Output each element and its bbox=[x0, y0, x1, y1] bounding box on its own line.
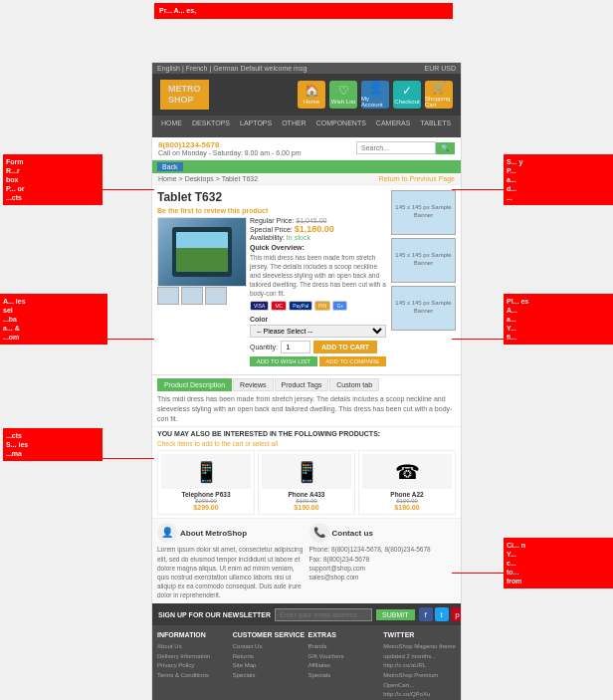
nav-other-link[interactable]: OTHER bbox=[277, 116, 311, 137]
about-left: 👤 About MetroShop Lorem ipsum dolor sit … bbox=[157, 523, 305, 599]
thumb-1[interactable] bbox=[157, 287, 179, 305]
search-box: 🔍 bbox=[356, 141, 455, 154]
banner-2[interactable]: 145 x 145 px Sample Banner bbox=[391, 238, 456, 283]
contact-fax: Fax: 8(800)234-5678 bbox=[309, 555, 457, 564]
twitter-url-1[interactable]: http://x.co/aURL bbox=[383, 661, 456, 671]
footer-terms-link[interactable]: Terms & Conditions bbox=[157, 671, 230, 681]
nav-checkout[interactable]: ✓ Checkout bbox=[393, 81, 421, 109]
nav-cart[interactable]: 🛒 Shopping Cart bbox=[425, 81, 453, 109]
related-product-2: 📱 Phone A433 $199.00 $190.00 bbox=[258, 450, 355, 515]
nav-tablets-link[interactable]: TABLETS bbox=[415, 116, 456, 137]
footer-delivery-link[interactable]: Delivery Information bbox=[157, 652, 230, 662]
product-description: This midi dress has been made from stret… bbox=[250, 253, 386, 298]
footer-about-link[interactable]: About Us bbox=[157, 642, 230, 652]
color-dropdown[interactable]: -- Please Select -- bbox=[250, 325, 386, 338]
twitter-icon[interactable]: t bbox=[435, 607, 449, 621]
about-icon: 👤 bbox=[157, 523, 177, 543]
footer-brands-link[interactable]: Brands bbox=[308, 642, 381, 652]
footer-vouchers-link[interactable]: Gift Vouchers bbox=[308, 652, 381, 662]
nav-home-link[interactable]: HOME bbox=[156, 116, 187, 137]
search-button[interactable]: 🔍 bbox=[436, 142, 455, 154]
paypal-icon: PayPal bbox=[289, 301, 312, 311]
contact-title: 📞 Contact us bbox=[309, 523, 457, 543]
nav-components-link[interactable]: COMPONENTS bbox=[311, 116, 371, 137]
left-annotation-2: A... ies sel ...ba a... & ...om bbox=[0, 294, 107, 345]
toolbar: Back bbox=[152, 160, 461, 173]
contact-email-1[interactable]: support@shop.com bbox=[309, 564, 457, 573]
related-product-2-image[interactable]: 📱 bbox=[262, 454, 351, 489]
tablet-tree-graphic bbox=[176, 232, 228, 272]
related-products-section: YOU MAY ALSO BE INTERESTED IN THE FOLLOW… bbox=[152, 426, 461, 518]
contact-email-2[interactable]: sales@shop.com bbox=[309, 573, 457, 582]
main-product-image[interactable] bbox=[157, 217, 247, 287]
google-icon: G+ bbox=[332, 301, 347, 311]
left-annotation-3: ...cts S... ies ...ma bbox=[3, 428, 102, 461]
quick-overview-title: Quick Overview: bbox=[250, 244, 386, 251]
right-annotation-2: Pl... es A... a... Y... fi... bbox=[504, 294, 613, 345]
search-input[interactable] bbox=[356, 141, 436, 154]
phone-info: 8(800)1234-5678 Call on Monday - Saturda… bbox=[158, 140, 302, 156]
add-to-cart-button[interactable]: ADD TO CART bbox=[313, 341, 377, 353]
about-text: Lorem ipsum dolor sit amet, consectetur … bbox=[157, 545, 305, 599]
tab-content: This midi dress has been made from stret… bbox=[157, 394, 456, 423]
tab-tags[interactable]: Product Tags bbox=[275, 378, 329, 391]
banner-3[interactable]: 145 x 145 px Sample Banner bbox=[391, 286, 456, 331]
nav-desktops-link[interactable]: DESKTOPS bbox=[187, 116, 235, 137]
about-right: 📞 Contact us Phone: 8(800)1234-5678, 8(8… bbox=[309, 523, 457, 599]
related-product-1-new-price: $299.00 bbox=[161, 504, 251, 511]
product-review-link[interactable]: Be the first to review this product bbox=[157, 207, 386, 214]
product-tabs: Product Description Reviews Product Tags… bbox=[152, 374, 461, 426]
tab-custom[interactable]: Custom tab bbox=[329, 378, 379, 391]
twitter-url-2[interactable]: http://x.co/QPoXu bbox=[383, 690, 456, 700]
nav-cameras-link[interactable]: CAMERAS bbox=[371, 116, 416, 137]
related-product-2-name: Phone A433 bbox=[262, 491, 351, 498]
thumbnail-row bbox=[157, 287, 247, 305]
footer-returns-link[interactable]: Returns bbox=[233, 652, 306, 662]
thumb-3[interactable] bbox=[205, 287, 227, 305]
visa-icon: VISA bbox=[250, 301, 269, 311]
footer-specials2-link[interactable]: Specials bbox=[308, 671, 381, 681]
home-icon: 🏠 bbox=[305, 84, 319, 98]
footer-privacy-link[interactable]: Privacy Policy bbox=[157, 661, 230, 671]
nav-laptops-link[interactable]: LAPTOPS bbox=[235, 116, 277, 137]
footer-affiliates-link[interactable]: Affiliates bbox=[308, 661, 381, 671]
related-product-1-name: Telephone P633 bbox=[161, 491, 251, 498]
nav-account[interactable]: 👤 My Account bbox=[361, 81, 389, 109]
back-button[interactable]: Back bbox=[157, 162, 183, 171]
newsletter-input[interactable] bbox=[275, 608, 372, 621]
quantity-input[interactable] bbox=[281, 341, 310, 353]
wishlist-button[interactable]: ADD TO WISH LIST bbox=[250, 356, 317, 366]
related-product-3-image[interactable]: ☎ bbox=[362, 454, 452, 489]
related-link[interactable]: Check items to add to the cart or select… bbox=[157, 440, 456, 447]
breadcrumb: Home > Desktops > Tablet T632 Return to … bbox=[152, 173, 461, 185]
color-selector: Color -- Please Select -- bbox=[250, 314, 386, 338]
mastercard-icon: MC bbox=[271, 301, 287, 311]
thumb-2[interactable] bbox=[181, 287, 203, 305]
product-area: Tablet T632 Be the first to review this … bbox=[152, 185, 461, 374]
newsletter-submit[interactable]: SUBMIT bbox=[376, 609, 414, 620]
tab-description[interactable]: Product Description bbox=[157, 378, 232, 391]
heart-icon: ♡ bbox=[338, 84, 349, 98]
facebook-icon[interactable]: f bbox=[419, 607, 433, 621]
footer-sitemap-link[interactable]: Site Map bbox=[233, 661, 306, 671]
contact-icon: 📞 bbox=[309, 523, 329, 543]
footer-info: INFORMATION About Us Delivery Informatio… bbox=[157, 629, 230, 700]
footer-contact-link[interactable]: Contact Us bbox=[233, 642, 306, 652]
checkout-icon: ✓ bbox=[402, 84, 412, 98]
top-annotation: Pr... A... es, bbox=[154, 3, 453, 19]
related-product-1-image[interactable]: 📱 bbox=[161, 454, 251, 489]
nav-custom-link[interactable]: CUSTOM ITEMS bbox=[456, 116, 462, 137]
banner-1[interactable]: 145 x 145 px Sample Banner bbox=[391, 190, 456, 235]
phone-hours: Call on Monday - Saturday: 8.00 am - 6.0… bbox=[158, 149, 302, 156]
footer-specials-link[interactable]: Specials bbox=[233, 671, 306, 681]
nav-wishlist[interactable]: ♡ Wish List bbox=[329, 81, 357, 109]
compare-button[interactable]: ADD TO COMPARE bbox=[319, 356, 387, 366]
nav-home[interactable]: 🏠 Home bbox=[298, 81, 325, 109]
tab-reviews[interactable]: Reviews bbox=[233, 378, 273, 391]
pinterest-icon[interactable]: p bbox=[451, 607, 463, 621]
twitter-text-2: MetroShop Premium OpenCart... bbox=[383, 672, 438, 688]
return-link[interactable]: Return to Previous Page bbox=[379, 175, 455, 182]
store-header: METRO ShoP 🏠 Home ♡ Wish List 👤 My Accou… bbox=[152, 74, 461, 116]
footer-columns: INFORMATION About Us Delivery Informatio… bbox=[152, 625, 461, 700]
social-icons: f t p g r bbox=[419, 607, 463, 621]
